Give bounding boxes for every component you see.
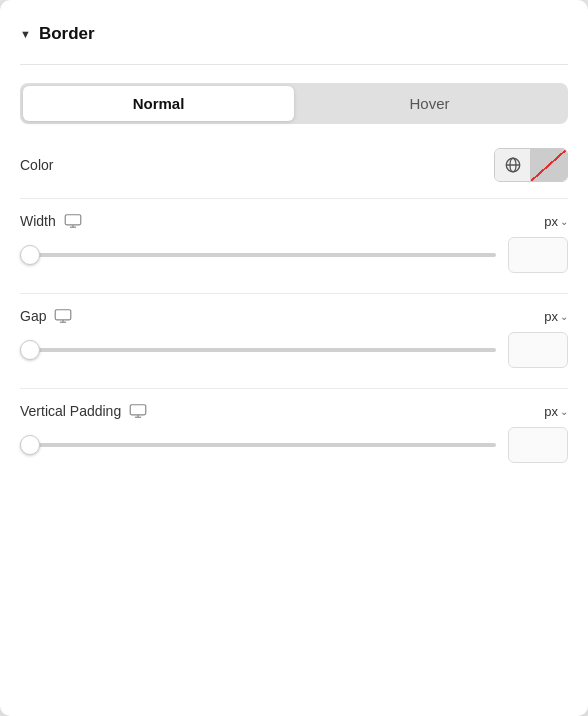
color-swatch[interactable] <box>531 149 567 181</box>
width-slider-container <box>20 253 496 257</box>
collapse-icon[interactable]: ▼ <box>20 28 31 40</box>
globe-icon <box>504 156 522 174</box>
vertical-padding-label: Vertical Padding <box>20 403 147 419</box>
gap-slider-row <box>20 332 568 368</box>
gap-label: Gap <box>20 308 72 324</box>
color-divider <box>20 198 568 199</box>
svg-rect-3 <box>65 215 81 225</box>
vertical-padding-header-row: Vertical Padding px ⌄ <box>20 403 568 419</box>
vertical-padding-slider-row <box>20 427 568 463</box>
section-header: ▼ Border <box>20 24 568 44</box>
vertical-padding-monitor-icon <box>129 404 147 418</box>
width-section: Width px ⌄ <box>20 213 568 273</box>
header-divider <box>20 64 568 65</box>
width-monitor-icon <box>64 214 82 228</box>
vertical-padding-section: Vertical Padding px ⌄ <box>20 403 568 463</box>
gap-slider[interactable] <box>20 348 496 352</box>
vertical-padding-slider-container <box>20 443 496 447</box>
vertical-padding-unit-label: px <box>544 404 558 419</box>
gap-unit-select[interactable]: px ⌄ <box>544 309 568 324</box>
width-label: Width <box>20 213 82 229</box>
width-header-row: Width px ⌄ <box>20 213 568 229</box>
gap-slider-container <box>20 348 496 352</box>
svg-rect-9 <box>130 405 146 415</box>
border-panel: ▼ Border Normal Hover Color <box>0 0 588 716</box>
svg-rect-6 <box>56 310 72 320</box>
width-number-input[interactable] <box>508 237 568 273</box>
width-unit-label: px <box>544 214 558 229</box>
width-slider-row <box>20 237 568 273</box>
gap-divider <box>20 388 568 389</box>
width-unit-select[interactable]: px ⌄ <box>544 214 568 229</box>
vertical-padding-number-input[interactable] <box>508 427 568 463</box>
color-row: Color <box>20 148 568 182</box>
tab-group: Normal Hover <box>20 83 568 124</box>
globe-button[interactable] <box>495 149 531 181</box>
gap-header-row: Gap px ⌄ <box>20 308 568 324</box>
gap-unit-label: px <box>544 309 558 324</box>
gap-section: Gap px ⌄ <box>20 308 568 368</box>
tab-hover[interactable]: Hover <box>294 86 565 121</box>
gap-chevron-down-icon: ⌄ <box>560 311 568 322</box>
color-control[interactable] <box>494 148 568 182</box>
vertical-padding-unit-select[interactable]: px ⌄ <box>544 404 568 419</box>
gap-number-input[interactable] <box>508 332 568 368</box>
color-section: Color <box>20 148 568 182</box>
width-divider <box>20 293 568 294</box>
section-title: Border <box>39 24 95 44</box>
width-chevron-down-icon: ⌄ <box>560 216 568 227</box>
tab-normal[interactable]: Normal <box>23 86 294 121</box>
gap-monitor-icon <box>54 309 72 323</box>
width-slider[interactable] <box>20 253 496 257</box>
color-label: Color <box>20 157 53 173</box>
vertical-padding-slider[interactable] <box>20 443 496 447</box>
vertical-padding-chevron-down-icon: ⌄ <box>560 406 568 417</box>
